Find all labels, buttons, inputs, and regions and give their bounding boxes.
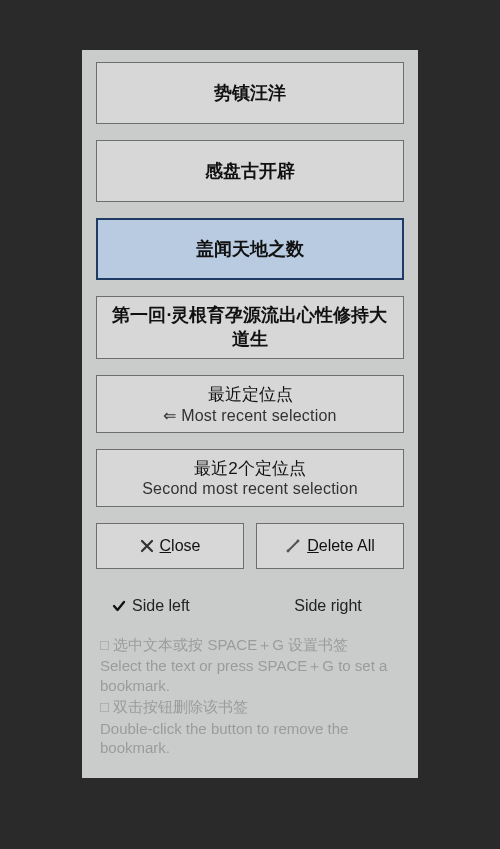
recent-subtitle: Second most recent selection <box>142 480 358 498</box>
side-options: Side left Side right <box>96 597 404 615</box>
tools-icon <box>285 538 301 554</box>
hint-en: Select the text or press SPACE＋G to set … <box>100 656 400 695</box>
bookmark-item[interactable]: 感盘古开辟 <box>96 140 404 202</box>
delete-all-label: Delete All <box>307 537 375 555</box>
bookmark-item[interactable]: 势镇汪洋 <box>96 62 404 124</box>
recent-title: 最近2个定位点 <box>194 457 305 480</box>
hint-cn: 双击按钮删除该书签 <box>100 697 400 717</box>
recent-title: 最近定位点 <box>208 383 293 406</box>
check-icon <box>112 599 126 613</box>
delete-all-button[interactable]: Delete All <box>256 523 404 569</box>
recent-list: 最近定位点⇐ Most recent selection最近2个定位点Secon… <box>96 375 404 507</box>
recent-item[interactable]: 最近定位点⇐ Most recent selection <box>96 375 404 433</box>
side-left-label: Side left <box>132 597 190 615</box>
bookmark-panel: 势镇汪洋感盘古开辟盖闻天地之数第一回·灵根育孕源流出心性修持大道生 最近定位点⇐… <box>82 50 418 778</box>
bookmark-item[interactable]: 盖闻天地之数 <box>96 218 404 280</box>
hints: 选中文本或按 SPACE＋G 设置书签Select the text or pr… <box>96 635 404 758</box>
close-button[interactable]: Close <box>96 523 244 569</box>
bookmark-label: 势镇汪洋 <box>214 81 286 105</box>
bookmark-label: 感盘古开辟 <box>205 159 295 183</box>
close-icon <box>140 539 154 553</box>
bookmark-label: 第一回·灵根育孕源流出心性修持大道生 <box>105 303 395 352</box>
hint-cn: 选中文本或按 SPACE＋G 设置书签 <box>100 635 400 655</box>
bookmark-list: 势镇汪洋感盘古开辟盖闻天地之数第一回·灵根育孕源流出心性修持大道生 <box>96 62 404 359</box>
side-right-label: Side right <box>294 597 362 615</box>
bookmark-label: 盖闻天地之数 <box>196 237 304 261</box>
recent-item[interactable]: 最近2个定位点Second most recent selection <box>96 449 404 507</box>
svg-point-0 <box>287 549 290 552</box>
side-right-option[interactable]: Side right <box>254 597 396 615</box>
close-label: Close <box>160 537 201 555</box>
hint-en: Double-click the button to remove the bo… <box>100 719 400 758</box>
bookmark-item[interactable]: 第一回·灵根育孕源流出心性修持大道生 <box>96 296 404 359</box>
button-row: Close Delete All <box>96 523 404 569</box>
side-left-option[interactable]: Side left <box>112 597 254 615</box>
recent-subtitle: ⇐ Most recent selection <box>163 406 336 425</box>
svg-point-1 <box>297 539 300 542</box>
